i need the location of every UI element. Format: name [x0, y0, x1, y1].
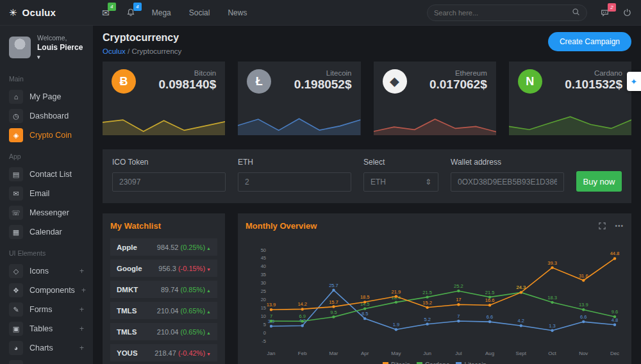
watchlist-change: (-0.42%) [178, 349, 205, 357]
watchlist-symbol: YOUS [117, 349, 138, 357]
email-icon: ✉ [9, 186, 23, 201]
email-icon[interactable]: ✉ 4 [102, 8, 110, 18]
power-icon[interactable] [622, 8, 632, 17]
topbar-link-social[interactable]: Social [189, 8, 210, 17]
eth-input[interactable] [238, 172, 351, 192]
watchlist-symbol: Apple [117, 244, 137, 251]
watchlist-row[interactable]: Apple984.52 (0.25%)▲ [110, 238, 217, 256]
brand-name: Oculux [22, 7, 56, 18]
crypto-card-head: NCardano0.101532$ [509, 62, 631, 94]
sidebar-item-charts[interactable]: ◕Charts+ [0, 338, 93, 358]
svg-text:40: 40 [261, 263, 266, 269]
user-avatar[interactable] [9, 37, 31, 58]
ico-token-input[interactable] [112, 172, 226, 192]
svg-text:4.2: 4.2 [518, 318, 524, 324]
chat-icon[interactable]: 2 [600, 8, 610, 17]
svg-text:-5: -5 [262, 338, 266, 344]
bell-badge: 4 [133, 3, 142, 11]
ethereum-icon: ◆ [383, 69, 407, 94]
create-campaign-button[interactable]: Create Campaign [548, 32, 631, 51]
watchlist-value: 210.04 (0.65%)▲ [157, 328, 211, 336]
search-input[interactable] [434, 9, 572, 17]
chart-actions: ••• [599, 222, 624, 229]
crypto-card-info: Ethereum0.017062$ [429, 69, 487, 94]
sidebar-item-tables[interactable]: ▣Tables+ [0, 319, 93, 338]
svg-text:25.2: 25.2 [454, 283, 463, 289]
crypto-card-bitcoin[interactable]: ɃBitcoin0.098140$ [103, 62, 225, 135]
crypto-card-head: ɃBitcoin0.098140$ [103, 62, 225, 94]
svg-text:21.5: 21.5 [485, 290, 495, 295]
watchlist-row[interactable]: Google956.3 (-0.15%)▼ [110, 260, 217, 277]
bell-icon[interactable]: 4 [126, 8, 135, 17]
crypto-card-head: ŁLitecoin0.198052$ [238, 62, 360, 94]
watchlist-change: (-0.15%) [178, 265, 205, 272]
watchlist-row[interactable]: TMLS210.04 (0.65%)▲ [110, 302, 217, 319]
topbar-link-mega[interactable]: Mega [152, 8, 171, 17]
sidebar-item-label: Messenger [29, 208, 69, 217]
sidebar-item-dashboard[interactable]: ◷Dashboard [0, 106, 93, 126]
brand[interactable]: ✳ Oculux [0, 7, 93, 19]
expand-plus-icon[interactable]: + [81, 286, 86, 295]
breadcrumb-home-link[interactable]: Oculux [103, 47, 126, 55]
charts-icon: ◕ [9, 341, 23, 355]
expand-plus-icon[interactable]: + [79, 267, 84, 276]
down-arrow-icon: ▼ [206, 352, 211, 356]
expand-plus-icon[interactable]: + [79, 324, 84, 333]
user-block[interactable]: Welcome, Louis Pierce ▾ [0, 26, 93, 67]
components-icon: ❖ [9, 283, 23, 297]
wallet-address-input[interactable] [451, 172, 564, 192]
search-box[interactable] [427, 4, 587, 21]
sidebar-item-icons[interactable]: ◇Icons+ [0, 261, 93, 281]
sidebar-item-crypto-coin[interactable]: ◈Crypto Coin [0, 126, 93, 145]
svg-text:6.9: 6.9 [299, 313, 306, 319]
legend-label: Litecoin [464, 361, 486, 364]
sidebar-item-contact-list[interactable]: ▤Contact List [0, 165, 93, 184]
svg-text:9.6: 9.6 [612, 309, 618, 315]
sidebar-item-messenger[interactable]: ☏Messenger [0, 203, 93, 222]
svg-text:Feb: Feb [298, 351, 307, 356]
expand-plus-icon[interactable]: + [79, 305, 84, 314]
sidebar-item-email[interactable]: ✉Email [0, 184, 93, 203]
search-icon[interactable] [572, 7, 580, 19]
legend-item-cardano: Cardano [417, 361, 449, 364]
crypto-card-cardano[interactable]: NCardano0.101532$ [509, 62, 631, 135]
chevron-down-icon: ▾ [37, 54, 40, 60]
sidebar-item-my-page[interactable]: ⌂My Page [0, 87, 93, 106]
svg-text:Jun: Jun [423, 351, 431, 356]
watchlist-rows: Apple984.52 (0.25%)▲Google956.3 (-0.15%)… [110, 238, 217, 364]
sidebar-item-forms[interactable]: ✎Forms+ [0, 300, 93, 319]
breadcrumb: Oculux / Cryptocurrency [103, 47, 181, 55]
home-icon: ⌂ [9, 90, 23, 104]
nav-section-label: UI Elements [0, 242, 93, 261]
svg-text:9.5: 9.5 [330, 310, 337, 315]
watchlist-value: 89.74 (0.85%)▲ [161, 286, 211, 294]
svg-text:5: 5 [263, 322, 266, 327]
watchlist-value: 210.04 (0.65%)▲ [157, 307, 211, 315]
select-caret-icon: ⇕ [425, 178, 431, 186]
sidebar-item-calendar[interactable]: ▦Calendar [0, 222, 93, 242]
watchlist-row[interactable]: YOUS218.47 (-0.42%)▼ [110, 344, 217, 361]
user-name[interactable]: Louis Pierce ▾ [37, 43, 84, 61]
bitcoin-sparkline [103, 106, 225, 135]
theme-customizer-button[interactable]: ✦ [627, 72, 641, 91]
select-field[interactable]: ETH⇕ [363, 172, 438, 192]
crypto-card-ethereum[interactable]: ◆Ethereum0.017062$ [374, 62, 496, 135]
expand-plus-icon[interactable]: + [79, 343, 84, 352]
ethereum-sparkline [374, 106, 496, 135]
fullscreen-icon[interactable] [599, 222, 606, 229]
watchlist-row[interactable]: TMLS210.04 (0.65%)▲ [110, 323, 217, 340]
sidebar-item-components[interactable]: ❖Components+ [0, 281, 93, 300]
watchlist-row[interactable]: DMKT89.74 (0.85%)▲ [110, 281, 217, 298]
breadcrumb-separator: / [128, 47, 129, 55]
buy-now-button[interactable]: Buy now [576, 171, 622, 192]
form-field-eth: ETH [238, 158, 351, 192]
sidebar-item-jvector-map[interactable]: ▨jVector Map [0, 358, 93, 364]
crypto-card-litecoin[interactable]: ŁLitecoin0.198052$ [238, 62, 360, 135]
svg-text:25.7: 25.7 [329, 283, 338, 288]
svg-text:25: 25 [261, 288, 266, 294]
chart-legend: BitcoinCardanoLitecoin [246, 361, 624, 364]
field-label: Select [363, 158, 438, 167]
svg-text:Aug: Aug [485, 351, 494, 356]
ellipsis-menu-icon[interactable]: ••• [615, 222, 624, 229]
topbar-link-news[interactable]: News [228, 8, 247, 17]
